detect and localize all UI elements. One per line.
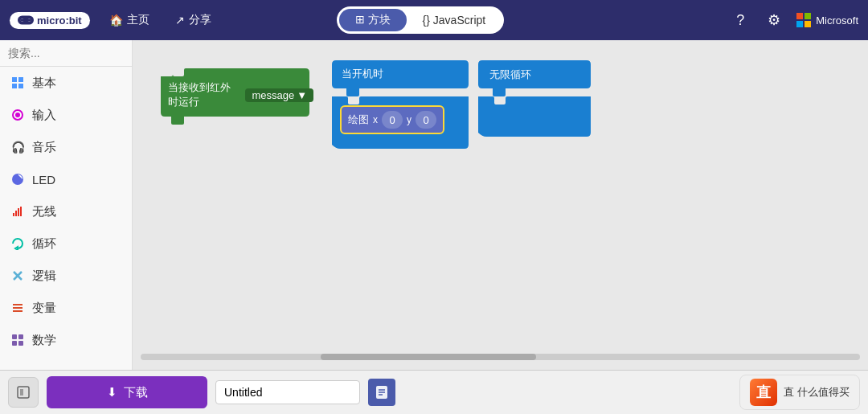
sidebar-item-variable[interactable]: 变量 xyxy=(0,292,132,324)
sidebar-item-logic[interactable]: 逻辑 xyxy=(0,260,132,292)
filename-input[interactable] xyxy=(215,380,360,404)
expand-button[interactable] xyxy=(8,377,39,408)
sidebar-item-music[interactable]: 🎧 音乐 xyxy=(0,131,132,163)
expand-icon xyxy=(17,386,30,399)
sidebar-item-wireless[interactable]: 无线 xyxy=(0,195,132,227)
settings-button[interactable]: ⚙ xyxy=(763,9,785,31)
microsoft-logo: Microsoft xyxy=(796,13,858,27)
logo-text: micro:bit xyxy=(37,14,82,27)
h-scrollbar-thumb[interactable] xyxy=(321,354,537,360)
blocks-icon: ⊞ xyxy=(355,13,365,26)
ir-block[interactable]: 当接收到红外时运行 message ▼ xyxy=(157,68,313,132)
file-icon xyxy=(375,385,388,400)
sidebar-item-led[interactable]: LED xyxy=(0,163,132,195)
wireless-icon xyxy=(10,203,26,219)
basic-label: 基本 xyxy=(32,76,56,91)
logo-area: micro:bit xyxy=(10,12,90,29)
draw-x-label: x xyxy=(373,114,378,125)
zhiyou-logo-icon: 直 xyxy=(750,379,777,406)
sidebar-item-loop[interactable]: 循环 xyxy=(0,227,132,260)
svg-rect-20 xyxy=(12,334,17,339)
microsoft-grid-icon xyxy=(796,13,811,27)
tab-blocks[interactable]: ⊞ 方块 xyxy=(339,9,407,31)
input-label: 输入 xyxy=(32,108,56,123)
loop-label: 循环 xyxy=(32,236,56,252)
svg-rect-14 xyxy=(20,207,22,216)
music-label: 音乐 xyxy=(32,140,56,155)
basic-icon xyxy=(10,75,26,91)
svg-rect-4 xyxy=(12,77,17,82)
svg-rect-11 xyxy=(13,213,14,216)
header-right: ? ⚙ Microsoft xyxy=(729,9,858,31)
draw-y-value[interactable]: 0 xyxy=(416,111,436,129)
forever-block[interactable]: 无限循环 xyxy=(478,60,595,140)
search-input[interactable] xyxy=(8,47,149,59)
forever-label: 无限循环 xyxy=(489,68,531,82)
variable-label: 变量 xyxy=(32,301,56,316)
download-icon: ⬇ xyxy=(107,385,117,400)
svg-rect-21 xyxy=(18,334,23,339)
svg-rect-23 xyxy=(18,341,23,346)
footer: ⬇ 下载 直 直 什么值得买 xyxy=(0,370,868,414)
ir-block-label: 当接收到红外时运行 message ▼ xyxy=(168,80,313,109)
input-icon xyxy=(10,107,26,123)
wireless-label: 无线 xyxy=(32,204,56,219)
ir-message-badge: message ▼ xyxy=(245,88,313,102)
logic-icon xyxy=(10,268,26,284)
svg-rect-6 xyxy=(12,84,17,88)
sidebar-item-input[interactable]: 输入 xyxy=(0,99,132,131)
svg-rect-22 xyxy=(12,341,17,346)
svg-rect-25 xyxy=(20,389,23,396)
zhiyou-badge: 直 直 什么值得买 xyxy=(739,375,860,410)
svg-rect-5 xyxy=(18,77,23,82)
math-icon xyxy=(10,332,26,348)
led-label: LED xyxy=(32,173,55,187)
sidebar: 🔍 基本 输入 🎧 音乐 xyxy=(0,40,133,370)
sidebar-list: 基本 输入 🎧 音乐 LED xyxy=(0,67,132,370)
home-icon: 🏠 xyxy=(109,14,123,27)
draw-block[interactable]: 绘图 x 0 y 0 xyxy=(340,105,444,134)
svg-point-10 xyxy=(12,174,23,185)
logo-badge[interactable]: micro:bit xyxy=(10,12,90,29)
sidebar-item-math[interactable]: 数学 xyxy=(0,324,132,356)
file-action-button[interactable] xyxy=(368,379,395,406)
variable-icon xyxy=(10,300,26,316)
led-icon xyxy=(10,171,26,187)
main-area: 🔍 基本 输入 🎧 音乐 xyxy=(0,40,868,370)
logic-label: 逻辑 xyxy=(32,268,56,284)
svg-point-9 xyxy=(15,113,20,117)
share-icon: ↗ xyxy=(175,14,185,27)
zhiyou-text: 直 什么值得买 xyxy=(784,385,850,400)
h-scrollbar-track[interactable] xyxy=(141,354,860,360)
on-start-label: 当开机时 xyxy=(342,67,383,81)
microbit-logo-icon xyxy=(18,14,34,26)
download-button[interactable]: ⬇ 下载 xyxy=(47,376,207,408)
on-start-block[interactable]: 当开机时 绘图 x 0 y 0 xyxy=(332,60,473,152)
tab-javascript[interactable]: {} JavaScript xyxy=(407,9,502,31)
draw-y-label: y xyxy=(407,114,411,125)
help-button[interactable]: ? xyxy=(729,9,751,31)
js-icon: {} xyxy=(423,14,430,27)
math-label: 数学 xyxy=(32,333,56,348)
sidebar-item-maqueen[interactable]: m maqueen xyxy=(0,356,132,370)
nav-share[interactable]: ↗ 分享 xyxy=(169,10,218,31)
svg-rect-7 xyxy=(18,84,23,88)
search-box: 🔍 xyxy=(0,40,132,67)
header: micro:bit 🏠 主页 ↗ 分享 ⊞ 方块 {} JavaScript ?… xyxy=(0,0,868,40)
nav-home[interactable]: 🏠 主页 xyxy=(103,10,156,31)
tab-group: ⊞ 方块 {} JavaScript xyxy=(337,6,505,34)
loop-icon xyxy=(10,236,26,252)
sidebar-item-basic[interactable]: 基本 xyxy=(0,67,132,99)
svg-rect-13 xyxy=(18,208,19,216)
draw-x-value[interactable]: 0 xyxy=(382,111,403,129)
maqueen-icon: m xyxy=(10,364,26,370)
svg-rect-12 xyxy=(15,211,17,216)
svg-rect-3 xyxy=(20,18,31,21)
workspace[interactable]: 当接收到红外时运行 message ▼ 当开机时 xyxy=(133,40,868,370)
music-icon: 🎧 xyxy=(10,139,26,155)
